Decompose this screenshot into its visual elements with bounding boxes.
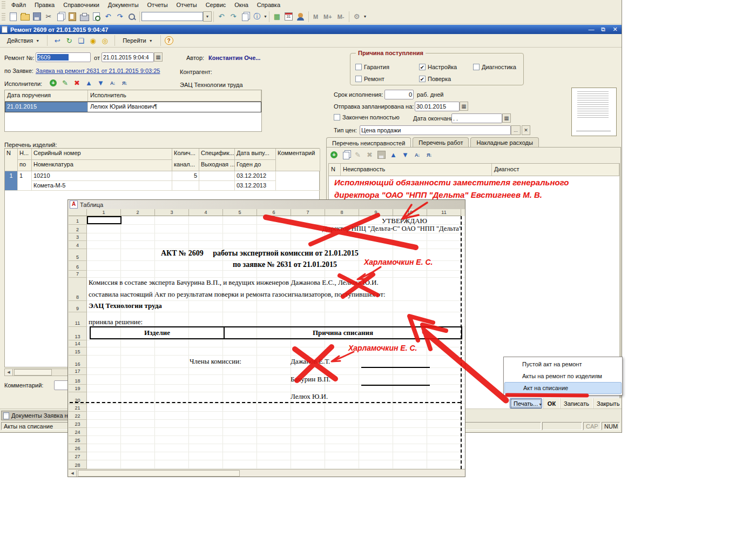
- column-header[interactable]: 9: [359, 209, 393, 216]
- chevron-down-icon[interactable]: ▼: [203, 11, 212, 22]
- cell-date-issue[interactable]: 03.12.2012: [235, 171, 276, 181]
- cell-empty[interactable]: [172, 181, 199, 191]
- column-header[interactable]: 8: [325, 209, 359, 216]
- checkbox-remont[interactable]: Ремонт: [355, 76, 384, 82]
- repair-datetime-input[interactable]: 21.01.2015 9:04:4: [102, 52, 154, 62]
- row-header[interactable]: 23: [69, 420, 87, 428]
- row-header[interactable]: 17: [69, 368, 87, 375]
- cell-qty[interactable]: 5: [172, 171, 199, 181]
- row-header[interactable]: 14: [69, 340, 87, 347]
- tab[interactable]: Накладные расходы: [470, 137, 538, 147]
- calendar-picker-icon[interactable]: ▦: [502, 113, 511, 123]
- calendar-picker-icon[interactable]: ▦: [460, 102, 468, 111]
- row-header[interactable]: 21: [69, 404, 87, 412]
- menu-item[interactable]: Справочники: [59, 1, 104, 9]
- row-header[interactable]: 16: [69, 356, 87, 368]
- selected-cell[interactable]: [87, 216, 122, 224]
- executors-table[interactable]: Дата поручения Исполнитель 21.01.2015 Ле…: [4, 90, 262, 132]
- cell-empty[interactable]: [199, 171, 235, 181]
- menu-item[interactable]: Пустой акт на ремонт: [504, 358, 622, 370]
- choose-button[interactable]: ...: [511, 125, 521, 135]
- calculator-memory-button[interactable]: M: [310, 14, 321, 20]
- tab[interactable]: Перечень работ: [413, 137, 469, 147]
- calendar-picker-icon[interactable]: ▦: [154, 52, 163, 62]
- print-button[interactable]: Печать...▼: [510, 398, 542, 408]
- checkbox-mark[interactable]: [473, 64, 480, 70]
- row-header[interactable]: 24: [69, 428, 87, 436]
- column-header[interactable]: 3: [155, 209, 189, 216]
- chevron-down-icon[interactable]: ▼: [264, 15, 267, 18]
- checkbox-mark[interactable]: ✔: [419, 64, 426, 70]
- row-header[interactable]: 8: [69, 278, 87, 301]
- checkbox-nastroyka[interactable]: ✔Настройка: [419, 64, 457, 70]
- chevron-down-icon[interactable]: ▼: [363, 15, 367, 18]
- column-header[interactable]: 6: [257, 209, 291, 216]
- row-header[interactable]: 19: [69, 385, 87, 392]
- menu-item[interactable]: Файл: [7, 1, 30, 9]
- clear-icon[interactable]: ✕: [522, 125, 530, 135]
- column-header[interactable]: 11: [427, 209, 461, 216]
- row-header[interactable]: 3: [69, 233, 87, 241]
- cell-serial[interactable]: 10210: [32, 171, 172, 181]
- checkbox-mark[interactable]: ✔: [419, 76, 426, 82]
- row-header[interactable]: 2: [69, 225, 87, 233]
- menu-item[interactable]: Отчеты: [172, 1, 201, 9]
- row-header[interactable]: 26: [69, 444, 87, 452]
- cell-row-number[interactable]: 1: [5, 171, 18, 191]
- menu-item[interactable]: Акт на списание: [504, 382, 622, 394]
- minimize-button[interactable]: —: [587, 25, 596, 33]
- calculator-memory-button[interactable]: M-: [335, 14, 347, 20]
- price-type-input[interactable]: Цена продажи: [360, 125, 511, 135]
- menu-item[interactable]: Правка: [30, 1, 59, 9]
- scroll-thumb[interactable]: [78, 470, 240, 477]
- save-button[interactable]: Записать: [560, 398, 592, 408]
- row-header[interactable]: 6: [69, 261, 87, 271]
- close-button[interactable]: ✕: [611, 25, 619, 33]
- checkbox-mark[interactable]: [355, 76, 362, 82]
- checkbox-mark[interactable]: [355, 64, 362, 70]
- search-input[interactable]: [141, 12, 203, 21]
- toolbar-grip[interactable]: [2, 13, 5, 21]
- menu-item[interactable]: Акты на ремонт по изделиям: [504, 370, 622, 382]
- row-header[interactable]: 7: [69, 271, 87, 278]
- row-header[interactable]: 11: [69, 312, 87, 327]
- cell-empty[interactable]: [199, 181, 235, 191]
- ship-date-input[interactable]: 30.01.2015: [415, 102, 460, 111]
- row-header[interactable]: 9: [69, 301, 87, 312]
- row-header[interactable]: 27: [69, 452, 87, 460]
- menu-item[interactable]: Справка: [253, 1, 285, 9]
- help-icon[interactable]: ?: [165, 36, 173, 45]
- cell-date-valid[interactable]: 03.12.2013: [235, 181, 276, 191]
- cell-nomenclature[interactable]: Комета-М-5: [32, 181, 172, 191]
- scroll-thumb[interactable]: [14, 369, 52, 376]
- column-header[interactable]: 10: [393, 209, 427, 216]
- row-header[interactable]: 18: [69, 375, 87, 385]
- column-headers[interactable]: 1234567891011: [69, 209, 461, 216]
- cell-npo[interactable]: 1: [18, 171, 32, 191]
- order-link[interactable]: Заявка на ремонт 2631 от 21.01.2015 9:03…: [36, 68, 160, 74]
- ok-button[interactable]: ОК: [543, 398, 559, 408]
- menu-item[interactable]: Сервис: [201, 1, 231, 9]
- term-input[interactable]: 0: [384, 90, 414, 99]
- column-header[interactable]: 7: [291, 209, 325, 216]
- row-header[interactable]: 25: [69, 436, 87, 444]
- restore-button[interactable]: ⧉: [599, 25, 608, 33]
- close-button[interactable]: Закрыть: [593, 398, 622, 408]
- row-header[interactable]: 4: [69, 241, 87, 249]
- tools-icon[interactable]: ⚙: [351, 11, 363, 22]
- row-header[interactable]: 15: [69, 347, 87, 356]
- checkbox-diagnostika[interactable]: Диагностика: [473, 64, 516, 70]
- corner-cell[interactable]: [69, 209, 87, 216]
- sheet-hscrollbar[interactable]: ◀: [69, 469, 465, 477]
- row-header[interactable]: 13: [69, 327, 87, 340]
- row-header[interactable]: 5: [69, 249, 87, 261]
- cell-comment[interactable]: [276, 171, 320, 191]
- repair-no-input[interactable]: 2609: [36, 52, 91, 62]
- row-header[interactable]: 28: [69, 460, 87, 469]
- checkbox-mark[interactable]: [334, 114, 340, 120]
- table-row[interactable]: 21.01.2015 Лелюх Юрий Иванович¶: [5, 102, 261, 112]
- end-date-input[interactable]: . .: [451, 113, 502, 123]
- calculator-memory-button[interactable]: M+: [321, 14, 335, 20]
- menu-item[interactable]: Окна: [230, 1, 253, 9]
- column-header[interactable]: 5: [223, 209, 257, 216]
